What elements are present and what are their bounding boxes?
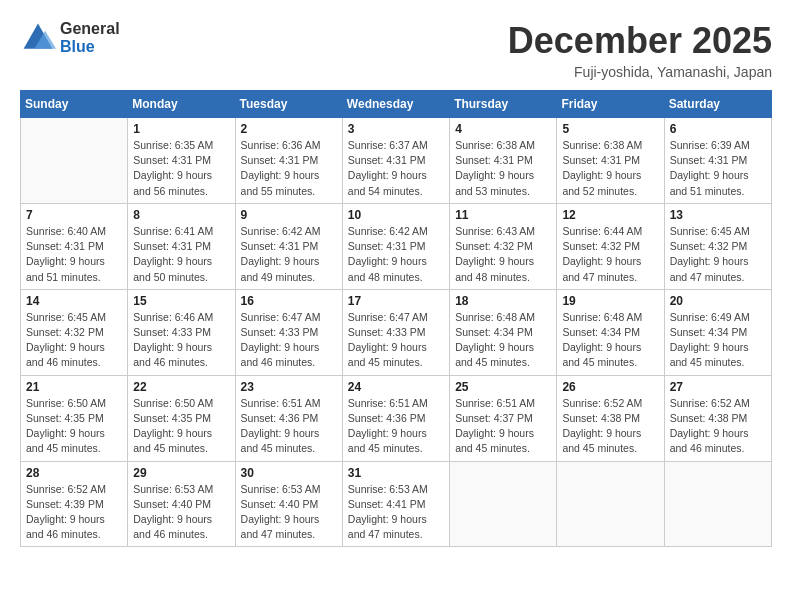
day-number: 9: [241, 208, 337, 222]
day-number: 21: [26, 380, 122, 394]
calendar-day-cell: 9Sunrise: 6:42 AMSunset: 4:31 PMDaylight…: [235, 203, 342, 289]
calendar-day-cell: 30Sunrise: 6:53 AMSunset: 4:40 PMDayligh…: [235, 461, 342, 547]
calendar-day-cell: [664, 461, 771, 547]
logo-general: General: [60, 20, 120, 38]
day-info: Sunrise: 6:38 AMSunset: 4:31 PMDaylight:…: [562, 138, 658, 199]
day-info: Sunrise: 6:53 AMSunset: 4:40 PMDaylight:…: [133, 482, 229, 543]
calendar-day-cell: 18Sunrise: 6:48 AMSunset: 4:34 PMDayligh…: [450, 289, 557, 375]
day-number: 12: [562, 208, 658, 222]
calendar-day-cell: 19Sunrise: 6:48 AMSunset: 4:34 PMDayligh…: [557, 289, 664, 375]
calendar-day-cell: 5Sunrise: 6:38 AMSunset: 4:31 PMDaylight…: [557, 118, 664, 204]
day-info: Sunrise: 6:49 AMSunset: 4:34 PMDaylight:…: [670, 310, 766, 371]
day-number: 2: [241, 122, 337, 136]
logo-text: General Blue: [60, 20, 120, 55]
calendar-day-cell: 24Sunrise: 6:51 AMSunset: 4:36 PMDayligh…: [342, 375, 449, 461]
day-info: Sunrise: 6:46 AMSunset: 4:33 PMDaylight:…: [133, 310, 229, 371]
day-info: Sunrise: 6:37 AMSunset: 4:31 PMDaylight:…: [348, 138, 444, 199]
logo: General Blue: [20, 20, 120, 56]
calendar-week-row: 14Sunrise: 6:45 AMSunset: 4:32 PMDayligh…: [21, 289, 772, 375]
day-number: 30: [241, 466, 337, 480]
day-info: Sunrise: 6:53 AMSunset: 4:40 PMDaylight:…: [241, 482, 337, 543]
day-number: 28: [26, 466, 122, 480]
day-info: Sunrise: 6:50 AMSunset: 4:35 PMDaylight:…: [26, 396, 122, 457]
day-info: Sunrise: 6:36 AMSunset: 4:31 PMDaylight:…: [241, 138, 337, 199]
calendar-day-cell: 22Sunrise: 6:50 AMSunset: 4:35 PMDayligh…: [128, 375, 235, 461]
calendar-header-row: SundayMondayTuesdayWednesdayThursdayFrid…: [21, 91, 772, 118]
day-of-week-header: Thursday: [450, 91, 557, 118]
subtitle: Fuji-yoshida, Yamanashi, Japan: [508, 64, 772, 80]
day-info: Sunrise: 6:43 AMSunset: 4:32 PMDaylight:…: [455, 224, 551, 285]
day-number: 25: [455, 380, 551, 394]
day-number: 4: [455, 122, 551, 136]
calendar-day-cell: [450, 461, 557, 547]
day-info: Sunrise: 6:45 AMSunset: 4:32 PMDaylight:…: [26, 310, 122, 371]
calendar-day-cell: 10Sunrise: 6:42 AMSunset: 4:31 PMDayligh…: [342, 203, 449, 289]
day-of-week-header: Monday: [128, 91, 235, 118]
day-info: Sunrise: 6:38 AMSunset: 4:31 PMDaylight:…: [455, 138, 551, 199]
day-info: Sunrise: 6:51 AMSunset: 4:36 PMDaylight:…: [241, 396, 337, 457]
day-info: Sunrise: 6:42 AMSunset: 4:31 PMDaylight:…: [241, 224, 337, 285]
day-of-week-header: Friday: [557, 91, 664, 118]
day-number: 10: [348, 208, 444, 222]
calendar-day-cell: 29Sunrise: 6:53 AMSunset: 4:40 PMDayligh…: [128, 461, 235, 547]
logo-blue: Blue: [60, 38, 120, 56]
day-info: Sunrise: 6:51 AMSunset: 4:36 PMDaylight:…: [348, 396, 444, 457]
day-info: Sunrise: 6:39 AMSunset: 4:31 PMDaylight:…: [670, 138, 766, 199]
day-info: Sunrise: 6:48 AMSunset: 4:34 PMDaylight:…: [562, 310, 658, 371]
day-number: 6: [670, 122, 766, 136]
day-number: 23: [241, 380, 337, 394]
day-number: 7: [26, 208, 122, 222]
calendar-day-cell: 2Sunrise: 6:36 AMSunset: 4:31 PMDaylight…: [235, 118, 342, 204]
day-info: Sunrise: 6:53 AMSunset: 4:41 PMDaylight:…: [348, 482, 444, 543]
calendar-day-cell: 3Sunrise: 6:37 AMSunset: 4:31 PMDaylight…: [342, 118, 449, 204]
day-info: Sunrise: 6:40 AMSunset: 4:31 PMDaylight:…: [26, 224, 122, 285]
day-of-week-header: Saturday: [664, 91, 771, 118]
calendar-day-cell: 13Sunrise: 6:45 AMSunset: 4:32 PMDayligh…: [664, 203, 771, 289]
calendar-day-cell: 20Sunrise: 6:49 AMSunset: 4:34 PMDayligh…: [664, 289, 771, 375]
calendar-day-cell: 1Sunrise: 6:35 AMSunset: 4:31 PMDaylight…: [128, 118, 235, 204]
calendar-week-row: 28Sunrise: 6:52 AMSunset: 4:39 PMDayligh…: [21, 461, 772, 547]
day-info: Sunrise: 6:41 AMSunset: 4:31 PMDaylight:…: [133, 224, 229, 285]
day-number: 16: [241, 294, 337, 308]
calendar-day-cell: 16Sunrise: 6:47 AMSunset: 4:33 PMDayligh…: [235, 289, 342, 375]
calendar-day-cell: 31Sunrise: 6:53 AMSunset: 4:41 PMDayligh…: [342, 461, 449, 547]
day-info: Sunrise: 6:44 AMSunset: 4:32 PMDaylight:…: [562, 224, 658, 285]
day-info: Sunrise: 6:52 AMSunset: 4:38 PMDaylight:…: [670, 396, 766, 457]
day-number: 13: [670, 208, 766, 222]
calendar-day-cell: [21, 118, 128, 204]
day-number: 1: [133, 122, 229, 136]
calendar-day-cell: 28Sunrise: 6:52 AMSunset: 4:39 PMDayligh…: [21, 461, 128, 547]
day-number: 5: [562, 122, 658, 136]
day-info: Sunrise: 6:52 AMSunset: 4:39 PMDaylight:…: [26, 482, 122, 543]
calendar-week-row: 21Sunrise: 6:50 AMSunset: 4:35 PMDayligh…: [21, 375, 772, 461]
day-info: Sunrise: 6:35 AMSunset: 4:31 PMDaylight:…: [133, 138, 229, 199]
day-number: 26: [562, 380, 658, 394]
calendar-day-cell: 11Sunrise: 6:43 AMSunset: 4:32 PMDayligh…: [450, 203, 557, 289]
day-info: Sunrise: 6:47 AMSunset: 4:33 PMDaylight:…: [348, 310, 444, 371]
title-block: December 2025 Fuji-yoshida, Yamanashi, J…: [508, 20, 772, 80]
day-number: 17: [348, 294, 444, 308]
calendar-day-cell: 26Sunrise: 6:52 AMSunset: 4:38 PMDayligh…: [557, 375, 664, 461]
calendar-day-cell: 23Sunrise: 6:51 AMSunset: 4:36 PMDayligh…: [235, 375, 342, 461]
calendar-day-cell: 14Sunrise: 6:45 AMSunset: 4:32 PMDayligh…: [21, 289, 128, 375]
day-number: 31: [348, 466, 444, 480]
day-info: Sunrise: 6:52 AMSunset: 4:38 PMDaylight:…: [562, 396, 658, 457]
day-info: Sunrise: 6:51 AMSunset: 4:37 PMDaylight:…: [455, 396, 551, 457]
day-number: 15: [133, 294, 229, 308]
calendar-day-cell: 21Sunrise: 6:50 AMSunset: 4:35 PMDayligh…: [21, 375, 128, 461]
calendar-week-row: 1Sunrise: 6:35 AMSunset: 4:31 PMDaylight…: [21, 118, 772, 204]
day-info: Sunrise: 6:50 AMSunset: 4:35 PMDaylight:…: [133, 396, 229, 457]
calendar-week-row: 7Sunrise: 6:40 AMSunset: 4:31 PMDaylight…: [21, 203, 772, 289]
day-of-week-header: Wednesday: [342, 91, 449, 118]
calendar-day-cell: 8Sunrise: 6:41 AMSunset: 4:31 PMDaylight…: [128, 203, 235, 289]
day-number: 27: [670, 380, 766, 394]
day-number: 14: [26, 294, 122, 308]
day-info: Sunrise: 6:47 AMSunset: 4:33 PMDaylight:…: [241, 310, 337, 371]
calendar-day-cell: 4Sunrise: 6:38 AMSunset: 4:31 PMDaylight…: [450, 118, 557, 204]
logo-icon: [20, 20, 56, 56]
day-number: 11: [455, 208, 551, 222]
month-title: December 2025: [508, 20, 772, 62]
calendar-day-cell: 6Sunrise: 6:39 AMSunset: 4:31 PMDaylight…: [664, 118, 771, 204]
day-number: 3: [348, 122, 444, 136]
calendar-day-cell: 27Sunrise: 6:52 AMSunset: 4:38 PMDayligh…: [664, 375, 771, 461]
